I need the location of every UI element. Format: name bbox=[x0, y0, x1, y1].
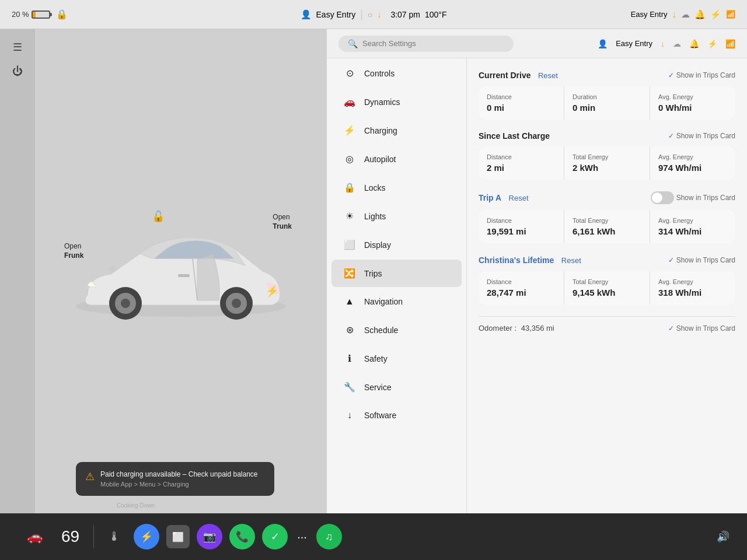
taskbar-bluetooth-btn[interactable]: ⚡ bbox=[134, 524, 159, 550]
car-container: Open Frunk Open Trunk 🔓 ⚡ bbox=[58, 178, 303, 365]
menu-item-service[interactable]: 🔧 Service bbox=[331, 373, 462, 401]
taskbar-hvac[interactable]: 🌡 bbox=[99, 529, 130, 544]
dynamics-icon: 🚗 bbox=[343, 96, 356, 107]
slc-avg-label: Avg. Energy bbox=[658, 153, 727, 160]
header-signal-icon: 📶 bbox=[725, 39, 735, 48]
current-drive-reset-btn[interactable]: Reset bbox=[538, 71, 558, 80]
easy-entry-header-bar: 🔍 👤 Easy Entry ↓ ☁ 🔔 ⚡ 📶 bbox=[327, 29, 747, 58]
since-last-charge-title: Since Last Charge bbox=[479, 131, 550, 141]
software-label: Software bbox=[364, 411, 396, 420]
svg-point-4 bbox=[121, 299, 130, 308]
menu-item-safety[interactable]: ℹ Safety bbox=[331, 345, 462, 372]
lock-status-icon: 🔒 bbox=[56, 9, 68, 20]
menu-item-dynamics[interactable]: 🚗 Dynamics bbox=[331, 88, 462, 116]
spotify-icon: ♫ bbox=[325, 531, 333, 543]
download-icon: ↓ bbox=[377, 10, 381, 19]
slc-distance-cell: Distance 2 mi bbox=[479, 146, 564, 180]
search-box[interactable]: 🔍 bbox=[338, 36, 514, 52]
schedule-icon: ⊛ bbox=[343, 324, 356, 335]
cl-distance-value: 28,747 mi bbox=[487, 288, 556, 298]
schedule-label: Schedule bbox=[364, 326, 398, 335]
current-drive-show-trips-label: Show in Trips Card bbox=[676, 71, 735, 79]
safety-icon: ℹ bbox=[343, 353, 356, 364]
cl-distance-label: Distance bbox=[487, 278, 556, 285]
christinas-lifetime-reset-btn[interactable]: Reset bbox=[561, 256, 581, 265]
cl-avg-label: Avg. Energy bbox=[658, 278, 727, 285]
top-easy-entry-label[interactable]: Easy Entry bbox=[631, 10, 668, 19]
header-easy-entry-label[interactable]: Easy Entry bbox=[616, 39, 652, 48]
taskbar-spotify-btn[interactable]: ♫ bbox=[316, 524, 342, 550]
menu-item-software[interactable]: ↓ Software bbox=[331, 402, 462, 429]
christinas-lifetime-show-label: Show in Trips Card bbox=[676, 256, 735, 264]
autopilot-icon: ◎ bbox=[343, 153, 356, 164]
taskbar: 🚗 69 🌡 ⚡ ⬜ 📷 📞 ✓ ··· ♫ 🔊 bbox=[0, 513, 747, 560]
sidebar-power-icon[interactable]: ⏻ bbox=[12, 65, 23, 78]
odometer-row: Odometer : 43,356 mi ✓ Show in Trips Car… bbox=[479, 316, 735, 332]
trip-a-distance-label: Distance bbox=[487, 217, 556, 224]
trip-a-distance-cell: Distance 19,591 mi bbox=[479, 210, 564, 243]
message-icon: ✓ bbox=[271, 530, 280, 543]
menu-item-navigation[interactable]: ▲ Navigation bbox=[331, 288, 462, 315]
time-display: 3:07 pm bbox=[390, 10, 420, 19]
header-bell-icon[interactable]: 🔔 bbox=[689, 39, 699, 48]
menu-item-controls[interactable]: ⊙ Controls bbox=[331, 60, 462, 87]
header-person-icon: 👤 bbox=[598, 39, 608, 48]
taskbar-more-btn[interactable]: ··· bbox=[291, 530, 313, 544]
lights-label: Lights bbox=[364, 212, 386, 221]
trip-a-show-trips: Show in Trips Card bbox=[651, 191, 735, 204]
menu-item-autopilot[interactable]: ◎ Autopilot bbox=[331, 145, 462, 173]
top-bell-icon[interactable]: 🔔 bbox=[694, 9, 706, 20]
taskbar-volume[interactable]: 🔊 bbox=[717, 530, 729, 543]
slc-distance-label: Distance bbox=[487, 153, 556, 160]
search-input[interactable] bbox=[362, 39, 504, 48]
dynamics-label: Dynamics bbox=[364, 97, 400, 107]
battery-percent: 20 % bbox=[12, 10, 29, 19]
christinas-lifetime-title-group: Christina's Lifetime Reset bbox=[479, 255, 581, 265]
odometer-label: Odometer : 43,356 mi bbox=[479, 324, 554, 332]
menu-item-trips[interactable]: 🔀 Trips bbox=[331, 260, 462, 287]
current-drive-duration-value: 0 min bbox=[573, 103, 641, 113]
trip-a-show-label: Show in Trips Card bbox=[676, 194, 735, 202]
tablet-icon: ⬜ bbox=[172, 531, 184, 542]
display-label: Display bbox=[364, 240, 391, 250]
cooking-down-label: Cooking Down bbox=[117, 502, 155, 509]
slc-energy-label: Total Energy bbox=[573, 153, 641, 160]
taskbar-car[interactable]: 🚗 bbox=[18, 529, 52, 544]
easy-entry-top-label[interactable]: Easy Entry bbox=[316, 10, 356, 19]
current-drive-checkmark: ✓ bbox=[668, 71, 674, 79]
trip-a-reset-btn[interactable]: Reset bbox=[509, 194, 529, 202]
camera-icon: 📷 bbox=[203, 530, 216, 543]
current-drive-distance-value: 0 mi bbox=[487, 103, 556, 113]
current-drive-title: Current Drive bbox=[479, 71, 530, 80]
warning-icon: ⚠ bbox=[85, 470, 95, 483]
trip-a-title-group: Trip A Reset bbox=[479, 192, 529, 203]
slc-avg-energy-cell: Avg. Energy 974 Wh/mi bbox=[650, 146, 735, 180]
service-label: Service bbox=[364, 383, 392, 392]
since-last-charge-section: Since Last Charge ✓ Show in Trips Card D… bbox=[479, 131, 735, 180]
navigation-label: Navigation bbox=[364, 297, 403, 306]
bluetooth-icon: ⚡ bbox=[140, 530, 153, 543]
sidebar-menu-icon[interactable]: ☰ bbox=[13, 41, 22, 54]
trip-a-toggle[interactable] bbox=[651, 191, 674, 204]
battery-indicator: 20 % bbox=[12, 10, 50, 19]
menu-item-lights[interactable]: ☀ Lights bbox=[331, 202, 462, 230]
slc-distance-value: 2 mi bbox=[487, 163, 556, 173]
menu-item-charging[interactable]: ⚡ Charging bbox=[331, 117, 462, 144]
top-bluetooth-icon[interactable]: ⚡ bbox=[710, 9, 721, 20]
menu-item-display[interactable]: ⬜ Display bbox=[331, 231, 462, 258]
slc-avg-value: 974 Wh/mi bbox=[658, 163, 727, 173]
trip-a-header: Trip A Reset Show in Trips Card bbox=[479, 191, 735, 204]
navigation-icon: ▲ bbox=[343, 296, 356, 307]
taskbar-tablet[interactable]: ⬜ bbox=[166, 525, 190, 548]
trip-a-title: Trip A bbox=[479, 193, 501, 202]
car-area: Open Frunk Open Trunk 🔓 ⚡ bbox=[35, 29, 327, 513]
locks-icon: 🔒 bbox=[343, 182, 356, 193]
menu-item-locks[interactable]: 🔒 Locks bbox=[331, 174, 462, 201]
since-last-charge-show-trips: ✓ Show in Trips Card bbox=[668, 132, 735, 140]
odometer-checkmark: ✓ bbox=[668, 324, 674, 332]
taskbar-camera-btn[interactable]: 📷 bbox=[197, 524, 222, 550]
taskbar-phone-btn[interactable]: 📞 bbox=[229, 524, 255, 550]
taskbar-message-btn[interactable]: ✓ bbox=[262, 524, 288, 550]
since-last-charge-checkmark: ✓ bbox=[668, 132, 674, 140]
menu-item-schedule[interactable]: ⊛ Schedule bbox=[331, 316, 462, 344]
